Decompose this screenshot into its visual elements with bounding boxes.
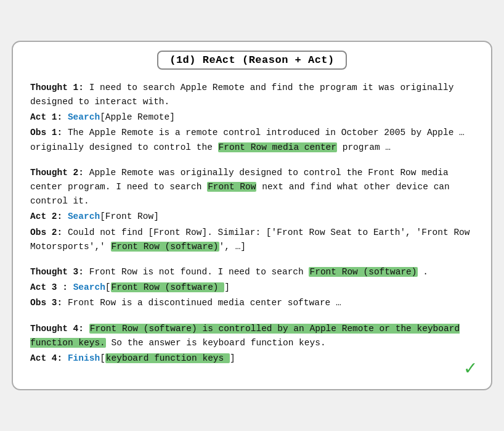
obs-2-label: Obs 2: [30,228,62,237]
block-1: Thought 1: I need to search Apple Remote… [30,81,474,155]
obs-1: Obs 1: The Apple Remote is a remote cont… [30,126,474,154]
title-bar: (1d) ReAct (Reason + Act) [13,42,491,76]
act-1-arg: [Apple Remote] [100,112,175,122]
act-1-label: Act 1: [30,112,68,122]
act-3-arg-highlight: Front Row (software) [111,282,225,292]
thought-4-text-post: So the answer is keyboard function keys. [106,338,326,348]
thought-2-highlight: Front Row [207,182,256,192]
obs-2: Obs 2: Could not find [Front Row]. Simil… [30,226,474,254]
obs-1-text-2: program … [337,142,391,152]
act-3-label: Act 3 : [30,282,73,292]
thought-3: Thought 3: Front Row is not found. I nee… [30,265,474,279]
thought-2: Thought 2: Apple Remote was originally d… [30,166,474,209]
block-4: Thought 4: Front Row (software) is contr… [30,322,474,366]
act-3-arg-close: ] [224,282,230,292]
act-2-label: Act 2: [30,211,68,221]
thought-3-text-2: . [418,267,428,277]
thought-1: Thought 1: I need to search Apple Remote… [30,81,474,109]
act-1: Act 1: Search[Apple Remote] [30,110,474,125]
act-2: Act 2: Search[Front Row] [30,210,474,224]
obs-1-highlight: Front Row media center [218,142,337,152]
react-card: (1d) ReAct (Reason + Act) Thought 1: I n… [12,41,492,390]
thought-4: Thought 4: Front Row (software) is contr… [30,322,474,350]
thought-1-text: I need to search Apple Remote and find t… [30,83,453,107]
obs-2-text-1: Could not find [Front Row]. Similar: ['F… [30,228,470,252]
checkmark-icon: ✓ [465,356,476,380]
obs-1-label: Obs 1: [30,128,62,138]
card-title: (1d) ReAct (Reason + Act) [157,51,347,70]
act-4: Act 4: Finish[keyboard function keys ] [30,351,474,366]
thought-4-label: Thought 4: [30,324,84,334]
obs-3: Obs 3: Front Row is a discontinued media… [30,296,474,310]
thought-1-label: Thought 1: [30,83,84,92]
act-3-action: Search [73,282,105,292]
obs-2-highlight: Front Row (software) [111,242,219,252]
block-2: Thought 2: Apple Remote was originally d… [30,166,474,254]
act-2-action: Search [68,211,100,221]
act-4-arg-open: [ [100,353,105,363]
thought-3-text-1: Front Row is not found. I need to search [84,267,309,277]
obs-3-text: Front Row is a discontinued media center… [62,298,341,308]
thought-3-highlight: Front Row (software) [309,267,417,277]
act-4-action: Finish [68,353,100,363]
thought-2-label: Thought 2: [30,168,84,178]
content-area: Thought 1: I need to search Apple Remote… [13,76,491,366]
thought-3-label: Thought 3: [30,267,84,277]
act-4-arg-close: ] [230,353,235,363]
act-4-arg-highlight: keyboard function keys [105,353,230,363]
act-4-label: Act 4: [30,353,68,363]
thought-4-text-pre [84,324,89,334]
obs-2-text-2: ', …] [219,242,246,252]
act-1-action: Search [68,112,100,122]
act-2-arg: [Front Row] [100,211,159,221]
act-3-arg-open: [ [105,282,111,292]
act-3: Act 3 : Search[Front Row (software) ] [30,281,474,295]
obs-3-label: Obs 3: [30,298,62,308]
block-3: Thought 3: Front Row is not found. I nee… [30,265,474,311]
